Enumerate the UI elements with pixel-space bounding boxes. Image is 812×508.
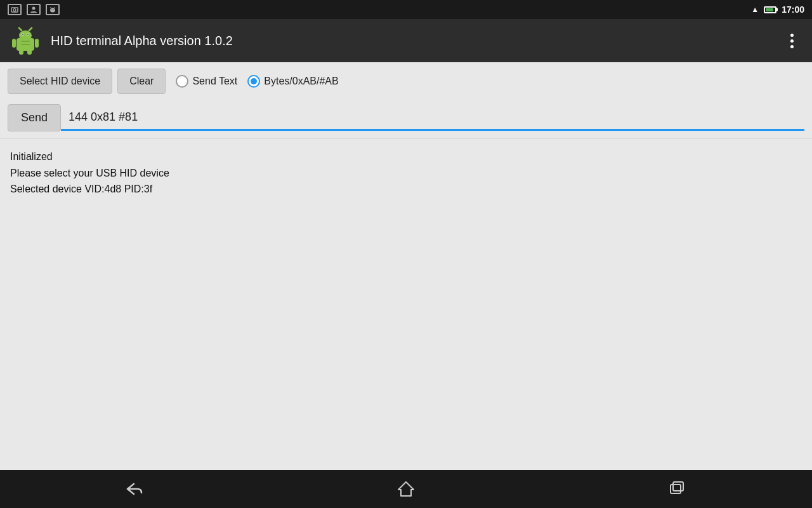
main-content: Select HID device Clear Send Text Bytes/…: [0, 62, 812, 470]
mode-radio-group: Send Text Bytes/0xAB/#AB: [176, 75, 338, 88]
app-bar: HID terminal Alpha version 1.0.2: [0, 19, 812, 62]
status-bar: ▲ 17:00: [0, 0, 812, 19]
overflow-menu-button[interactable]: [782, 34, 802, 48]
bytes-label: Bytes/0xAB/#AB: [264, 76, 338, 87]
log-line-1: Initialized: [10, 149, 802, 165]
send-row: Send: [0, 100, 812, 135]
send-text-radio[interactable]: [176, 75, 188, 88]
svg-line-6: [51, 7, 51, 8]
log-line-2: Please select your USB HID device: [10, 165, 802, 182]
send-input[interactable]: [61, 105, 804, 131]
status-left-icons: [8, 4, 60, 15]
clock: 17:00: [782, 4, 804, 15]
toolbar-row: Select HID device Clear Send Text Bytes/…: [0, 62, 812, 100]
status-right-icons: ▲ 17:00: [751, 4, 804, 15]
svg-line-15: [29, 28, 32, 30]
app-title: HID terminal Alpha version 1.0.2: [51, 34, 771, 48]
svg-marker-22: [398, 482, 414, 496]
svg-point-12: [22, 34, 23, 35]
svg-point-4: [51, 10, 51, 10]
nav-bar: [0, 470, 812, 508]
send-button[interactable]: Send: [8, 104, 61, 131]
svg-rect-24: [673, 482, 683, 491]
svg-rect-17: [35, 39, 39, 48]
log-area: Initialized Please select your USB HID d…: [0, 138, 812, 208]
bytes-radio[interactable]: [247, 75, 260, 88]
battery-icon: [764, 6, 776, 13]
svg-rect-18: [19, 50, 23, 55]
bytes-option[interactable]: Bytes/0xAB/#AB: [247, 75, 338, 88]
wifi-icon: ▲: [751, 5, 759, 14]
svg-rect-20: [21, 41, 30, 42]
send-text-label: Send Text: [192, 76, 237, 87]
svg-rect-21: [21, 44, 30, 45]
svg-line-14: [19, 28, 22, 30]
log-line-3: Selected device VID:4d8 PID:3f: [10, 181, 802, 197]
app-icon: [10, 25, 41, 56]
send-text-option[interactable]: Send Text: [176, 75, 237, 88]
screenshot-icon: [8, 4, 22, 15]
svg-point-1: [13, 9, 16, 11]
svg-point-3: [50, 8, 55, 13]
clear-button[interactable]: Clear: [117, 69, 166, 94]
back-button[interactable]: [116, 476, 154, 502]
recents-button[interactable]: [658, 476, 696, 502]
home-button[interactable]: [387, 476, 425, 502]
svg-point-2: [32, 7, 36, 10]
person-icon: [27, 4, 41, 15]
svg-rect-19: [27, 50, 32, 55]
svg-rect-23: [671, 485, 681, 493]
svg-rect-16: [12, 39, 16, 48]
select-hid-device-button[interactable]: Select HID device: [8, 69, 112, 94]
android-icon: [46, 4, 60, 15]
svg-point-5: [53, 10, 54, 10]
svg-point-9: [19, 30, 32, 41]
svg-line-7: [55, 7, 55, 8]
svg-point-13: [27, 34, 29, 35]
